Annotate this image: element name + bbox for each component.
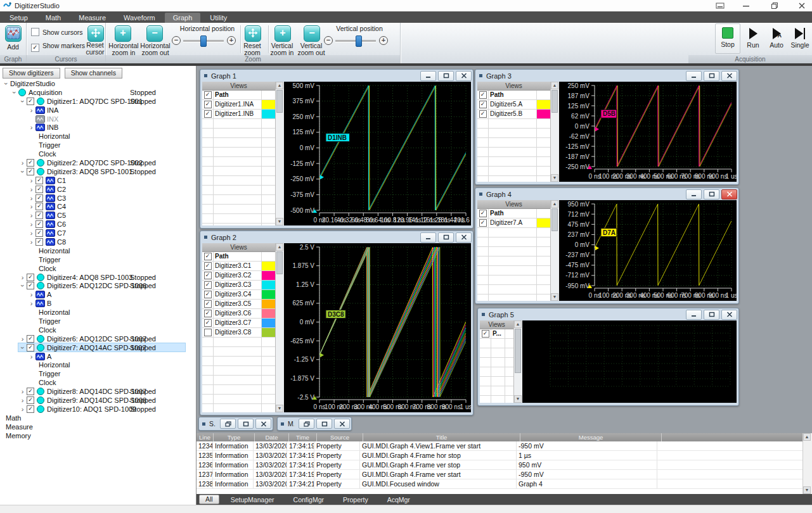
graph-window-5[interactable]: Graph 5Views✓P...▲▼: [477, 308, 739, 406]
scroll-down-icon[interactable]: ▼: [514, 395, 522, 403]
scroll-thumb[interactable]: [276, 251, 283, 274]
chevron-down-icon[interactable]: ›: [18, 168, 27, 175]
log-tab-setupmanager[interactable]: SetupManager: [231, 496, 274, 504]
horizontal-zoom-out-button[interactable]: −: [146, 25, 163, 42]
graph-window-titlebar[interactable]: Graph 3: [475, 70, 738, 82]
tree-checkbox[interactable]: ✓: [27, 168, 34, 175]
chevron-right-icon[interactable]: ›: [27, 177, 35, 184]
vertical-position-handle[interactable]: [356, 35, 362, 47]
scroll-up-icon[interactable]: ▲: [276, 82, 283, 89]
show-markers-box[interactable]: ✓: [31, 44, 39, 52]
tree-checkbox[interactable]: ✓: [35, 177, 43, 184]
views-row-digitizer3-c5[interactable]: ✓Digitizer3.C5: [202, 300, 275, 309]
views-row-digitizer3-c4[interactable]: ✓Digitizer3.C4: [202, 290, 275, 300]
tree-row-memory[interactable]: Memory: [0, 431, 196, 440]
graph-window-titlebar[interactable]: Graph 2: [200, 231, 473, 243]
restore-window-button[interactable]: [299, 419, 314, 429]
reset-cursor-button[interactable]: [87, 25, 104, 42]
tree-row-digitizer5-adq12dc-spd-1006[interactable]: ›✓Digitizer5: ADQ12DC SPD-1006Stopped: [0, 281, 196, 290]
tree-row-clock[interactable]: Clock: [0, 264, 196, 273]
tree-row-digitizer3-adq8-spd-1001[interactable]: ›✓Digitizer3: ADQ8 SPD-1001Stopped: [0, 167, 196, 176]
graph-3-plot-area[interactable]: 250 mV187 mV125 mV62 mV0 mV-62 mV-125 mV…: [559, 82, 737, 182]
log-row-1235[interactable]: 1235Information13/03/202017:34:19Propert…: [197, 451, 812, 460]
log-tab-all[interactable]: All: [199, 495, 219, 504]
graph-window-titlebar[interactable]: Graph 5: [478, 308, 738, 320]
tree-row-horizontal[interactable]: Horizontal: [0, 308, 196, 317]
vertical-zoom-out-button[interactable]: −: [304, 25, 320, 42]
tree-row-inb[interactable]: ›INB: [0, 123, 196, 132]
close-window-button[interactable]: [456, 71, 472, 81]
chevron-down-icon[interactable]: ›: [18, 282, 27, 289]
views-scrollbar[interactable]: ▲▼: [550, 200, 559, 301]
tree-checkbox[interactable]: ✓: [27, 396, 34, 404]
minimize-window-button[interactable]: [686, 71, 702, 81]
chevron-right-icon[interactable]: ›: [27, 221, 35, 227]
chevron-down-icon[interactable]: ›: [10, 89, 18, 96]
horizontal-position-plus-icon[interactable]: +: [227, 36, 236, 45]
tree-row-digitizer1-adq7dc-spd-1001[interactable]: ›✓Digitizer1: ADQ7DC SPD-1001Stopped: [0, 97, 196, 106]
tree-checkbox[interactable]: ✓: [35, 194, 43, 202]
views-checkbox[interactable]: ✓: [482, 330, 489, 338]
menu-tab-math[interactable]: Math: [37, 13, 69, 23]
views-checkbox[interactable]: ✓: [204, 262, 212, 270]
views-row-digitizer3-c2[interactable]: ✓Digitizer3.C2: [202, 271, 275, 281]
close-window-button[interactable]: [721, 71, 737, 81]
show-channels-button[interactable]: Show channels: [65, 68, 122, 79]
chevron-down-icon[interactable]: ›: [18, 345, 27, 351]
tree-row-digitizer10-adq1-spd-1009[interactable]: ›✓Digitizer10: ADQ1 SPD-1009Stopped: [0, 405, 196, 414]
tree-row-digitizer8-adq14dc-spd-1007[interactable]: ›✓Digitizer8: ADQ14DC SPD-1007Stopped: [0, 387, 196, 396]
views-checkbox[interactable]: ✓: [204, 319, 212, 327]
chevron-right-icon[interactable]: ›: [27, 203, 35, 210]
graph-5-plot-area[interactable]: [522, 320, 737, 403]
chevron-right-icon[interactable]: ›: [27, 124, 35, 130]
horizontal-position-slider[interactable]: [183, 40, 224, 42]
tree-row-trigger[interactable]: Trigger: [0, 317, 196, 326]
vertical-position-plus-icon[interactable]: +: [379, 36, 388, 45]
horizontal-position-minus-icon[interactable]: −: [172, 36, 181, 45]
tree-row-a[interactable]: ›A: [0, 352, 196, 361]
log-col-time[interactable]: Time: [289, 433, 317, 441]
chevron-right-icon[interactable]: ›: [18, 336, 27, 342]
log-row-1236[interactable]: 1236Information13/03/202017:34:19Propert…: [197, 460, 812, 470]
views-checkbox[interactable]: ✓: [204, 101, 212, 108]
show-cursors-checkbox[interactable]: Show cursors: [31, 28, 83, 36]
log-col-type[interactable]: Type: [214, 433, 255, 441]
log-row-1234[interactable]: 1234Information13/03/202017:34:19Propert…: [197, 441, 812, 451]
scroll-down-icon[interactable]: ▼: [551, 293, 558, 301]
tree-checkbox[interactable]: ✓: [35, 220, 43, 228]
views-checkbox[interactable]: ✓: [204, 281, 212, 289]
vertical-zoom-in-button[interactable]: +: [274, 25, 291, 42]
graph-window-2[interactable]: Graph 2Views✓Path✓Digitizer3.C1✓Digitize…: [200, 231, 474, 415]
tree-row-c7[interactable]: ›✓C7: [0, 229, 196, 238]
chevron-right-icon[interactable]: ›: [27, 353, 35, 360]
horizontal-zoom-in-button[interactable]: +: [115, 25, 131, 42]
tree-row-trigger[interactable]: Trigger: [0, 255, 196, 264]
tree-checkbox[interactable]: ✓: [27, 98, 34, 105]
graph-window-1[interactable]: Graph 1Views✓Path✓Digitizer1.INA✓Digitiz…: [200, 69, 474, 229]
stop-button[interactable]: Stop: [715, 23, 740, 54]
graph-window-titlebar[interactable]: Graph 4: [475, 188, 738, 200]
graph-2-plot-area[interactable]: 2.5 V1.875 V1.25 V625 mV0 mV-625 mV-1.25…: [284, 243, 471, 412]
log-tab-configmgr[interactable]: ConfigMgr: [293, 496, 324, 504]
minimize-window-button[interactable]: [686, 310, 702, 320]
graph-4-plot-area[interactable]: 950 mV712 mV475 mV237 mV0 mV-237 mV-475 …: [559, 200, 737, 301]
graph-window-3[interactable]: Graph 3Views✓Path✓Digitizer5.A✓Digitizer…: [475, 69, 739, 185]
tree-checkbox[interactable]: ✓: [27, 282, 34, 289]
close-window-button[interactable]: [721, 189, 737, 200]
views-row-digitizer3-c8[interactable]: Digitizer3.C8: [202, 328, 275, 338]
views-checkbox[interactable]: ✓: [479, 219, 487, 227]
window-close-button[interactable]: [790, 0, 812, 11]
graph-window-titlebar[interactable]: Graph 1: [200, 70, 473, 82]
scroll-up-icon[interactable]: ▲: [514, 320, 522, 328]
scroll-down-icon[interactable]: ▼: [276, 405, 283, 412]
tree-row-clock[interactable]: Clock: [0, 149, 196, 158]
log-col-line[interactable]: Line: [197, 433, 214, 441]
minimize-window-button[interactable]: [686, 189, 702, 200]
scroll-up-icon[interactable]: ▲: [551, 82, 558, 89]
chevron-down-icon[interactable]: ›: [2, 80, 10, 87]
maximize-window-button[interactable]: [438, 71, 454, 81]
tree-row-c5[interactable]: ›✓C5: [0, 211, 196, 220]
views-checkbox[interactable]: ✓: [204, 272, 212, 279]
log-col-date[interactable]: Date: [255, 433, 289, 441]
chevron-right-icon[interactable]: ›: [27, 186, 35, 193]
